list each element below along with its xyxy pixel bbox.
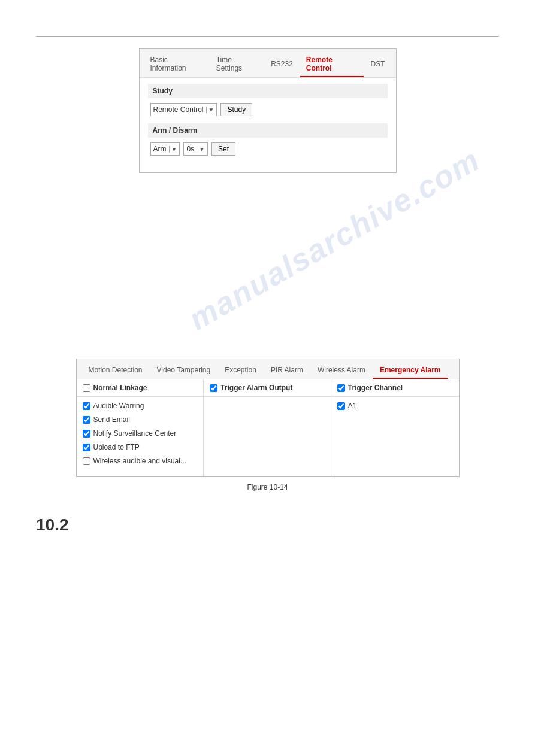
- col-header-normal-linkage: Normal Linkage: [77, 379, 204, 396]
- panel2: Motion Detection Video Tampering Excepti…: [76, 359, 460, 477]
- tab-emergency-alarm[interactable]: Emergency Alarm: [373, 363, 448, 379]
- normal-linkage-checkbox[interactable]: [83, 384, 90, 392]
- tab-time-settings[interactable]: Time Settings: [210, 53, 264, 77]
- figure-caption: Figure 10-14: [0, 483, 535, 491]
- trigger-channel-checkbox[interactable]: [337, 384, 345, 392]
- wireless-audible-label: Wireless audible and visual...: [93, 457, 186, 465]
- arm-dropdown-value: Arm: [153, 145, 167, 153]
- normal-linkage-label: Normal Linkage: [93, 384, 147, 392]
- data-grid: Audible Warring Send Email Notify Survei…: [77, 397, 459, 476]
- tab-bar-1: Basic Information Time Settings RS232 Re…: [140, 49, 396, 78]
- linkage-header-row: Normal Linkage Trigger Alarm Output Trig…: [77, 379, 459, 397]
- tab-motion-detection[interactable]: Motion Detection: [81, 363, 150, 379]
- time-dropdown[interactable]: 0s ▼: [183, 142, 208, 156]
- section-number: 10.2: [36, 515, 499, 535]
- remote-control-dropdown-value: Remote Control: [153, 105, 204, 114]
- tab-wireless-alarm[interactable]: Wireless Alarm: [310, 363, 373, 379]
- time-dropdown-value: 0s: [186, 145, 194, 153]
- top-rule: [36, 36, 499, 37]
- tab-pir-alarm[interactable]: PIR Alarm: [264, 363, 310, 379]
- study-section-header: Study: [148, 84, 388, 98]
- check-wireless-audible: Wireless audible and visual...: [83, 456, 198, 466]
- panel2-body: Normal Linkage Trigger Alarm Output Trig…: [77, 379, 459, 476]
- trigger-alarm-label: Trigger Alarm Output: [220, 384, 292, 392]
- arm-dropdown[interactable]: Arm ▼: [150, 142, 180, 156]
- trigger-channel-label: Trigger Channel: [348, 384, 403, 392]
- col-header-trigger-alarm: Trigger Alarm Output: [204, 379, 331, 396]
- tab-video-tampering[interactable]: Video Tampering: [150, 363, 218, 379]
- trigger-channel-col: A1: [331, 397, 459, 476]
- col-header-trigger-channel: Trigger Channel: [331, 379, 459, 396]
- study-button[interactable]: Study: [220, 103, 252, 116]
- remote-control-dropdown[interactable]: Remote Control ▼: [150, 103, 217, 116]
- tab-exception[interactable]: Exception: [217, 363, 264, 379]
- audible-warring-checkbox[interactable]: [83, 402, 90, 410]
- check-send-email: Send Email: [83, 414, 198, 425]
- notify-surveillance-label: Notify Surveillance Center: [93, 429, 177, 438]
- time-dropdown-arrow-icon: ▼: [197, 146, 205, 153]
- tab-rs232[interactable]: RS232: [265, 57, 299, 73]
- arm-section-header: Arm / Disarm: [148, 123, 388, 138]
- tab-bar-2: Motion Detection Video Tampering Excepti…: [77, 359, 459, 379]
- upload-ftp-checkbox[interactable]: [83, 444, 90, 451]
- tab-remote-control[interactable]: Remote Control: [300, 53, 364, 77]
- set-button[interactable]: Set: [211, 142, 235, 156]
- check-notify-surveillance: Notify Surveillance Center: [83, 428, 198, 439]
- tab-basic-information[interactable]: Basic Information: [144, 53, 209, 77]
- notify-surveillance-checkbox[interactable]: [83, 430, 90, 438]
- arm-control-row: Arm ▼ 0s ▼ Set: [148, 142, 388, 156]
- audible-warring-label: Audible Warring: [93, 402, 144, 410]
- trigger-alarm-checkbox[interactable]: [210, 384, 217, 392]
- a1-checkbox[interactable]: [337, 402, 345, 410]
- normal-linkage-col: Audible Warring Send Email Notify Survei…: [77, 397, 204, 476]
- tab-dst[interactable]: DST: [365, 57, 391, 73]
- a1-label: A1: [348, 402, 357, 410]
- check-audible-warring: Audible Warring: [83, 400, 198, 411]
- wireless-audible-checkbox[interactable]: [83, 457, 90, 465]
- check-a1: A1: [337, 400, 453, 411]
- trigger-alarm-col: [204, 397, 331, 476]
- send-email-checkbox[interactable]: [83, 416, 90, 424]
- upload-ftp-label: Upload to FTP: [93, 443, 140, 451]
- send-email-label: Send Email: [93, 415, 130, 424]
- check-upload-ftp: Upload to FTP: [83, 442, 198, 453]
- panel1: Basic Information Time Settings RS232 Re…: [139, 48, 397, 173]
- arm-dropdown-arrow-icon: ▼: [169, 146, 177, 153]
- panel1-body: Study Remote Control ▼ Study Arm / Disar…: [140, 78, 396, 172]
- study-control-row: Remote Control ▼ Study: [148, 103, 388, 116]
- dropdown-arrow-icon: ▼: [206, 107, 214, 113]
